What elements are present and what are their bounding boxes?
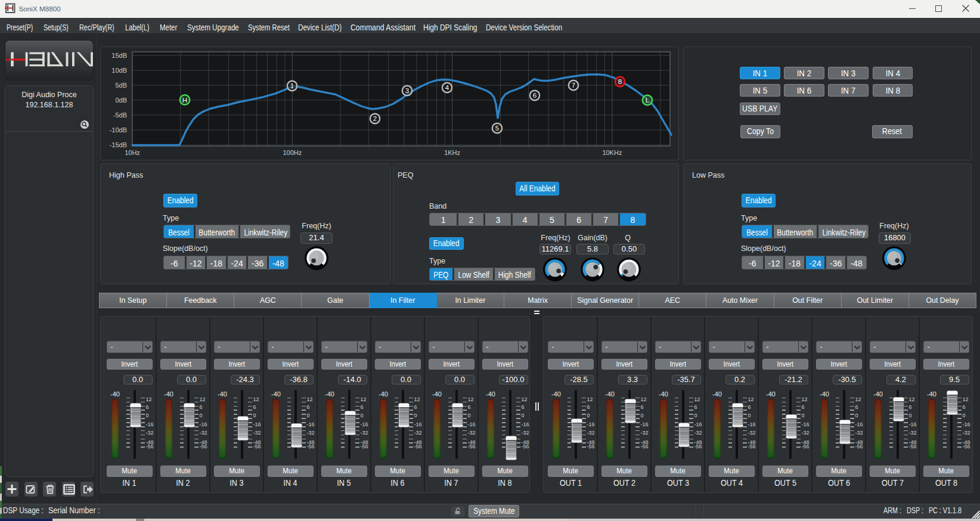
svg-text:8: 8	[618, 78, 622, 85]
svg-text:L: L	[646, 97, 650, 104]
svg-text:7: 7	[572, 82, 575, 89]
svg-text:5dB: 5dB	[115, 82, 127, 89]
svg-text:10Hz: 10Hz	[125, 149, 140, 156]
svg-text:-10dB: -10dB	[110, 126, 127, 134]
svg-text:6: 6	[533, 92, 536, 99]
svg-text:0dB: 0dB	[115, 97, 127, 104]
svg-text:3: 3	[405, 87, 409, 94]
svg-text:100Hz: 100Hz	[283, 149, 302, 156]
svg-text:4: 4	[445, 84, 449, 91]
svg-text:15dB: 15dB	[111, 52, 127, 59]
svg-text:1KHz: 1KHz	[444, 149, 460, 156]
svg-text:10KHz: 10KHz	[602, 149, 622, 156]
svg-text:H: H	[182, 97, 187, 104]
svg-text:-5dB: -5dB	[113, 111, 127, 119]
svg-text:-15dB: -15dB	[110, 141, 127, 148]
svg-text:1: 1	[290, 82, 294, 89]
svg-text:5: 5	[495, 125, 499, 132]
svg-text:10dB: 10dB	[111, 67, 127, 74]
svg-text:2: 2	[373, 115, 377, 122]
